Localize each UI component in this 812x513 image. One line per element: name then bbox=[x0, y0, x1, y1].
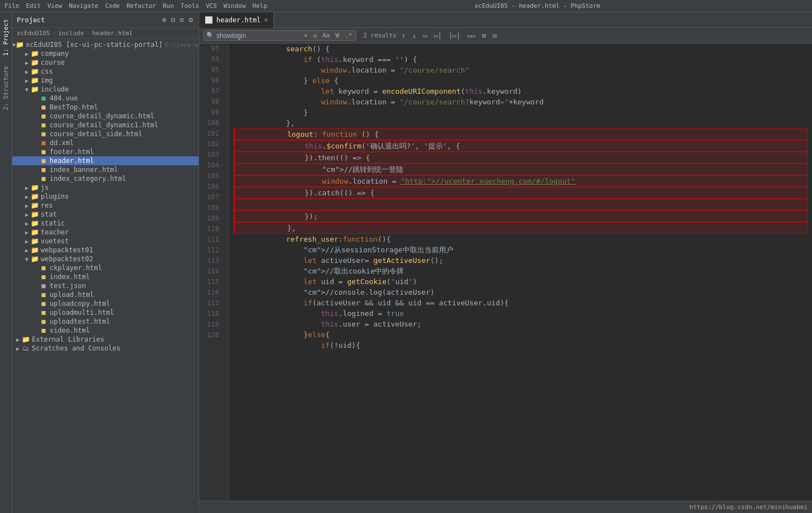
tree-item-css[interactable]: ▶ 📁 css bbox=[12, 67, 199, 76]
tree-item-uploadcopy[interactable]: ■ uploadcopy.html bbox=[12, 299, 199, 308]
tab-close-icon[interactable]: ✕ bbox=[264, 16, 268, 23]
label-plugins: plugins bbox=[41, 193, 69, 200]
code-editor[interactable]: 9394959697989910010110210310410510610710… bbox=[199, 44, 812, 501]
menu-edit[interactable]: Edit bbox=[26, 2, 41, 9]
menu-refactor[interactable]: Refactor bbox=[127, 2, 156, 9]
line-number-115: 115 bbox=[204, 277, 219, 287]
search-filter[interactable]: ⊞ bbox=[480, 31, 487, 40]
line-number-95: 95 bbox=[204, 65, 219, 75]
menu-code[interactable]: Code bbox=[105, 2, 120, 9]
sidebar: Project ⊕ ⊟ ≡ ⚙ xcEduUI05 › include › he… bbox=[12, 12, 199, 513]
line-content-109: }, bbox=[235, 223, 807, 233]
tree-item-company[interactable]: ▶ 📁 company bbox=[12, 49, 199, 58]
label-uploadmulti: uploadmulti.html bbox=[50, 309, 114, 317]
tree-item-course_detail_dynamic[interactable]: ■ course_detail_dynamic.html bbox=[12, 112, 199, 121]
icon-external: 📁 bbox=[21, 335, 30, 343]
search-icon: 🔍 bbox=[206, 32, 214, 39]
vtab-project[interactable]: 1: Project bbox=[1, 15, 11, 60]
menu-navigate[interactable]: Navigate bbox=[69, 2, 99, 9]
menu-tools[interactable]: Tools bbox=[181, 2, 199, 9]
root-label: xcEduUI05 [xc-ui-pc-static-portal] bbox=[26, 41, 163, 49]
tree-item-index_html[interactable]: ■ index.html bbox=[12, 272, 199, 281]
tree-item-scratches[interactable]: ▶ 🗂 Scratches and Consoles bbox=[12, 344, 199, 353]
editor-tab-header[interactable]: ⬜ header.html ✕ bbox=[199, 12, 274, 28]
tree-item-plugins[interactable]: ▶ 📁 plugins bbox=[12, 192, 199, 201]
tree-item-index_category[interactable]: ■ index_category.html bbox=[12, 174, 199, 183]
arrow-img: ▶ bbox=[23, 78, 30, 84]
gear-icon[interactable]: ⚙ bbox=[187, 15, 194, 25]
tree-item-uploadtest[interactable]: ■ uploadtest.html bbox=[12, 317, 199, 326]
label-static: static bbox=[41, 219, 65, 227]
search-refresh[interactable]: ↺ bbox=[312, 31, 319, 40]
menu-window[interactable]: Window bbox=[224, 2, 246, 9]
tree-item-external[interactable]: ▶ 📁 External Libraries bbox=[12, 335, 199, 344]
icon-css: 📁 bbox=[30, 68, 39, 75]
search-regex[interactable]: .* bbox=[343, 31, 354, 40]
tree-item-stat[interactable]: ▶ 📁 stat bbox=[12, 210, 199, 219]
icon-static: 📁 bbox=[30, 219, 39, 227]
tree-root[interactable]: ▼ 📁 xcEduUI05 [xc-ui-pc-static-portal] E… bbox=[12, 40, 199, 49]
tree-item-testjson[interactable]: ■ test.json bbox=[12, 281, 199, 290]
tree-item-res[interactable]: ▶ 📁 res bbox=[12, 201, 199, 210]
line-content-107 bbox=[235, 199, 807, 210]
tree-item-uploadmulti[interactable]: ■ uploadmulti.html bbox=[12, 308, 199, 317]
tree-item-webpacktest01[interactable]: ▶ 📁 webpacktest01 bbox=[12, 246, 199, 255]
search-opt1[interactable]: ▭| bbox=[432, 31, 443, 40]
menu-file[interactable]: File bbox=[4, 2, 20, 9]
label-footer: footer.html bbox=[50, 148, 94, 156]
search-prev[interactable]: ↑ bbox=[400, 31, 407, 40]
tree-item-static[interactable]: ▶ 📁 static bbox=[12, 219, 199, 228]
search-input[interactable] bbox=[216, 32, 300, 40]
tree-item-404vue[interactable]: ■ 404.vue bbox=[12, 94, 199, 103]
tree-item-teacher[interactable]: ▶ 📁 teacher bbox=[12, 228, 199, 237]
tree-item-header[interactable]: ■ header.html bbox=[12, 156, 199, 165]
search-next[interactable]: ↓ bbox=[410, 31, 418, 40]
line-content-101: logout: function () { bbox=[235, 129, 807, 140]
tree-item-ddxml[interactable]: ■ dd.xml bbox=[12, 138, 199, 147]
tree-item-video[interactable]: ■ video.html bbox=[12, 326, 199, 335]
menu-vcs[interactable]: VCS bbox=[206, 2, 217, 9]
tree-item-img[interactable]: ▶ 📁 img bbox=[12, 76, 199, 85]
search-bar: 🔍 ✕ ↺ Aa W .* 2 results ↑ ↓ ▭ ▭| |▭| ▭▭ … bbox=[199, 28, 812, 44]
sync-icon[interactable]: ⊕ bbox=[161, 15, 168, 25]
code-line-102: this.$confirm('确认退出吗?', '提示', { bbox=[234, 140, 808, 152]
search-opt3[interactable]: ▭▭ bbox=[466, 31, 477, 40]
tree-item-course_detail_dynamic1[interactable]: ■ course_detail_dynamic1.html bbox=[12, 121, 199, 130]
search-match-case[interactable]: ▭ bbox=[421, 31, 428, 40]
label-js: js bbox=[41, 184, 49, 191]
search-aa[interactable]: Aa bbox=[321, 31, 331, 40]
line-content-113: "cm">//取出cookie中的令牌 bbox=[234, 266, 808, 276]
tree-item-index_banner[interactable]: ■ index_banner.html bbox=[12, 165, 199, 174]
label-uploadcopy: uploadcopy.html bbox=[50, 300, 110, 308]
tree-item-js[interactable]: ▶ 📁 js bbox=[12, 183, 199, 192]
search-clear[interactable]: ✕ bbox=[302, 31, 310, 40]
tree-item-course[interactable]: ▶ 📁 course bbox=[12, 58, 199, 67]
icon-course: 📁 bbox=[30, 59, 39, 66]
search-w[interactable]: W bbox=[334, 31, 341, 40]
tree-item-BestTop[interactable]: ■ BestTop.html bbox=[12, 103, 199, 112]
tree-item-webpacktest02[interactable]: ▼ 📁 webpacktest02 bbox=[12, 255, 199, 263]
menu-help[interactable]: Help bbox=[253, 2, 268, 9]
collapse-icon[interactable]: ⊟ bbox=[170, 15, 177, 25]
icon-course_detail_side: ■ bbox=[39, 130, 48, 138]
search-extra[interactable]: ⊟ bbox=[491, 31, 499, 40]
vtab-structure[interactable]: 2: Structure bbox=[1, 61, 11, 114]
settings-icon[interactable]: ≡ bbox=[178, 15, 185, 25]
line-content-95: window.location = "/course/search" bbox=[234, 65, 808, 75]
label-uploadtest: uploadtest.html bbox=[50, 318, 110, 325]
search-opt2[interactable]: |▭| bbox=[447, 31, 462, 40]
menu-view[interactable]: View bbox=[47, 2, 62, 9]
code-line-97: let keyword = encodeURIComponent(this.ke… bbox=[234, 86, 808, 97]
tree-item-include[interactable]: ▼ 📁 include bbox=[12, 85, 199, 94]
editor-area: ⬜ header.html ✕ 🔍 ✕ ↺ Aa W .* 2 results … bbox=[199, 12, 812, 513]
sidebar-header: Project ⊕ ⊟ ≡ ⚙ bbox=[12, 12, 199, 28]
label-ckplayer: ckplayer.html bbox=[50, 264, 102, 272]
code-line-100: }, bbox=[234, 118, 808, 128]
tree-item-course_detail_side[interactable]: ■ course_detail_side.html bbox=[12, 130, 199, 138]
tree-item-ckplayer[interactable]: ■ ckplayer.html bbox=[12, 263, 199, 272]
code-line-103: }).then(() => { bbox=[234, 152, 808, 164]
tree-item-upload[interactable]: ■ upload.html bbox=[12, 290, 199, 299]
tree-item-footer[interactable]: ■ footer.html bbox=[12, 147, 199, 156]
tree-item-vuetest[interactable]: ▶ 📁 vuetest bbox=[12, 237, 199, 246]
menu-run[interactable]: Run bbox=[163, 2, 174, 9]
